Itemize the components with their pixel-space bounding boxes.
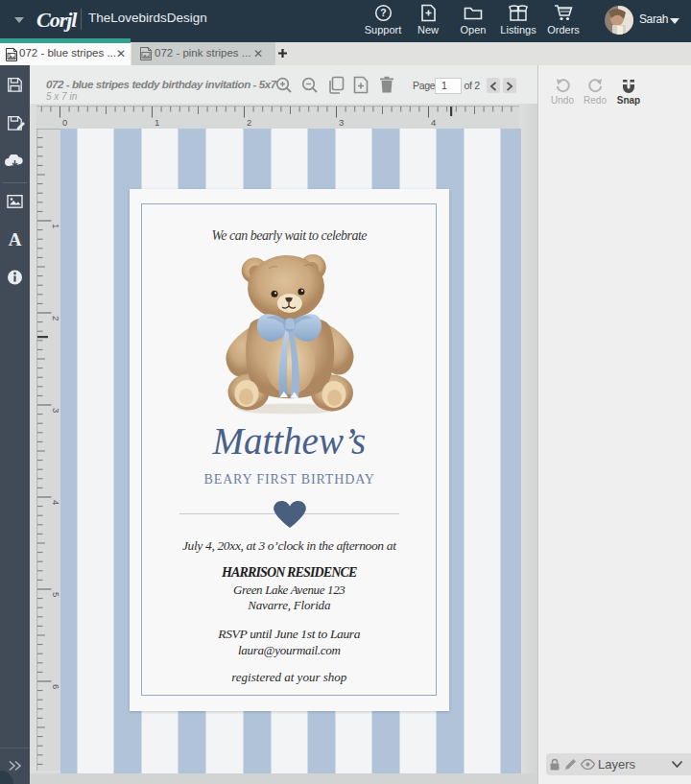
svg-text:1: 1 [51, 224, 60, 228]
svg-text:5: 5 [51, 592, 60, 597]
svg-text:3: 3 [339, 117, 344, 128]
svg-text:6: 6 [51, 684, 60, 689]
svg-text:2: 2 [247, 117, 251, 128]
svg-text:3: 3 [51, 408, 60, 413]
svg-text:?: ? [380, 8, 386, 18]
svg-text:1: 1 [155, 117, 159, 128]
svg-text:4: 4 [431, 117, 436, 128]
svg-text:4: 4 [51, 500, 60, 505]
svg-text:0: 0 [62, 117, 67, 128]
svg-text:2: 2 [51, 316, 60, 321]
